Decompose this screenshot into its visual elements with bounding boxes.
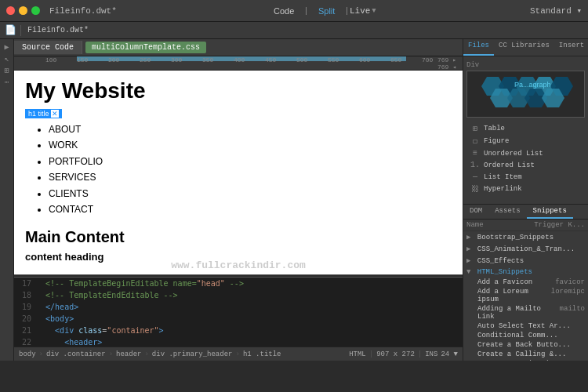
traffic-lights: [6, 6, 40, 15]
files-tab[interactable]: Files: [463, 39, 494, 56]
snippet-navigation[interactable]: Create a Navigation...: [474, 359, 588, 361]
folder-open-label: HTML_Snippets: [477, 268, 532, 276]
assets-tab[interactable]: Assets: [488, 205, 526, 219]
insert-ordered-list[interactable]: 1. Ordered List: [466, 159, 585, 171]
ruler-mark-700: 700: [422, 56, 433, 64]
folder-arrow-icon: ▶: [466, 234, 470, 241]
snippet-name: Add a Loreum ipsum: [477, 288, 551, 303]
toolbar-separator: [20, 25, 21, 36]
folder-arrow-icon: ▶: [466, 245, 470, 253]
standard-dropdown[interactable]: Standard ▾: [530, 5, 582, 16]
toolbar: 📄 Fileinfo.dwt*: [0, 22, 588, 39]
status-primary-header: div .primary_header: [152, 350, 233, 358]
design-content: My Website h1 title ✕ ABOUT WORK PORTFOL…: [14, 71, 463, 270]
top-bar: Fileinfo.dwt* Code | Split | Live ▼ Stan…: [0, 0, 588, 22]
snippet-name: Auto Select Text Ar...: [477, 322, 571, 330]
snippet-name: Create a Navigation...: [477, 360, 571, 361]
file-icon[interactable]: 📄: [3, 24, 17, 38]
insert-hyperlink[interactable]: ⛓ Hyperlink: [466, 183, 585, 195]
insert-tab[interactable]: Insert: [554, 39, 588, 56]
right-panel: Files CC Libraries Insert CSS Design Div: [463, 39, 588, 361]
design-view: My Website h1 title ✕ ABOUT WORK PORTFOL…: [14, 71, 463, 274]
bottom-panel-tabs: DOM Assets Snippets: [463, 204, 588, 220]
app-title: Fileinfo.dwt*: [49, 6, 117, 16]
code-line-21: 21 <div class="container">: [14, 325, 463, 336]
snippet-auto-select[interactable]: Auto Select Text Ar...: [474, 321, 588, 331]
insert-list-item[interactable]: — List Item: [466, 171, 585, 183]
nav-item-work: WORK: [49, 137, 452, 153]
snippets-name-col: Name: [466, 221, 534, 229]
css-animation-folder[interactable]: ▶ CSS_Animation_&_Tran...: [463, 243, 588, 255]
dom-tab[interactable]: DOM: [463, 205, 488, 219]
close-button[interactable]: [6, 6, 15, 15]
figure-label: Figure: [484, 137, 509, 145]
folder-arrow-icon: ▶: [466, 257, 470, 265]
status-body: body: [19, 350, 36, 358]
bootstrap-snippets-folder[interactable]: ▶ Bootstrap_Snippets: [463, 231, 588, 243]
unordered-list-icon: ≡: [470, 149, 481, 158]
ruler-mark-300: 300: [171, 56, 182, 64]
css-file-pill[interactable]: multiColumnTemplate.css: [85, 42, 206, 53]
status-html: HTML: [349, 350, 366, 358]
nav-item-services: SERVICES: [49, 169, 452, 185]
insert-figure[interactable]: ◻ Figure: [466, 135, 585, 147]
list-item-icon: —: [470, 172, 481, 181]
insert-items-section: ⊞ Table ◻ Figure ≡ Unordered List 1. Ord…: [466, 122, 585, 195]
list-item-label: List Item: [484, 173, 522, 181]
live-tab[interactable]: Live ▼: [350, 6, 376, 16]
status-zoom[interactable]: 24 ▼: [441, 350, 458, 358]
maximize-button[interactable]: [31, 6, 40, 15]
snippets-trigger-col: Trigger K...: [534, 221, 585, 229]
insert-unordered-list[interactable]: ≡ Unordered List: [466, 147, 585, 159]
ruler-mark-550: 550: [328, 56, 339, 64]
snippet-add-favicon[interactable]: Add a Favicon favicor: [474, 278, 588, 287]
tab-separator2: |: [344, 6, 350, 16]
left-sidebar: ▶ ↖ ⊞ ⋯: [0, 39, 14, 361]
selected-close-icon[interactable]: ✕: [51, 110, 59, 118]
right-panel-tabs: Files CC Libraries Insert CSS Design: [463, 39, 588, 56]
snippet-calling[interactable]: Create a Calling &...: [474, 350, 588, 359]
insert-table[interactable]: ⊞ Table: [466, 122, 585, 135]
snippet-back-button[interactable]: Create a Back Butto...: [474, 340, 588, 350]
content-pane: Source Code multiColumnTemplate.css 100 …: [14, 39, 463, 361]
status-container: div .container: [46, 350, 106, 358]
hyperlink-label: Hyperlink: [484, 185, 522, 193]
div-section: Div Pa...agraph: [466, 60, 585, 118]
sidebar-arrow-icon[interactable]: ▶: [4, 42, 9, 52]
snippet-name: Create a Back Butto...: [477, 341, 571, 349]
status-h1-title: h1 .title: [243, 350, 281, 358]
folder-open-arrow-icon: ▼: [466, 268, 470, 276]
status-header: header: [116, 350, 141, 358]
nav-item-about: ABOUT: [49, 122, 452, 137]
sidebar-grid-icon[interactable]: ⊞: [4, 66, 9, 75]
ruler-mark-350: 350: [202, 56, 213, 64]
snippet-trigger: mailto: [560, 305, 585, 321]
status-ins: INS: [425, 350, 437, 358]
split-tab[interactable]: Split: [309, 4, 344, 18]
snippet-mailto[interactable]: Adding a Mailto Link mailto: [474, 304, 588, 321]
snippet-name: Adding a Mailto Link: [477, 305, 560, 321]
snippet-conditional[interactable]: Conditional Comm...: [474, 331, 588, 340]
minimize-button[interactable]: [19, 6, 27, 15]
code-tab[interactable]: Code: [264, 4, 303, 18]
main-layout: ▶ ↖ ⊞ ⋯ Source Code multiColumnTemplate.…: [0, 39, 588, 361]
source-code-tab[interactable]: Source Code: [14, 41, 82, 54]
site-title: My Website: [25, 78, 452, 103]
cc-libraries-tab[interactable]: CC Libraries: [494, 39, 554, 56]
view-tabs: Code | Split | Live ▼: [264, 4, 376, 18]
folder-label: CSS_Effects: [477, 257, 524, 265]
sidebar-dots-icon[interactable]: ⋯: [4, 78, 9, 87]
code-line-17: 17 <!-- TemplateBeginEditable name="head…: [14, 278, 463, 289]
status-bar: body › div .container › header › div .pr…: [14, 347, 463, 361]
watermark-text: www.fullcrackindir.com: [171, 260, 306, 271]
sidebar-pointer-icon[interactable]: ↖: [4, 54, 9, 64]
right-panel-content: Div Pa...agraph: [463, 56, 588, 204]
css-effects-folder[interactable]: ▶ CSS_Effects: [463, 255, 588, 267]
code-view[interactable]: 17 <!-- TemplateBeginEditable name="head…: [14, 278, 463, 347]
html-snippets-folder[interactable]: ▼ HTML_Snippets: [463, 267, 588, 278]
snippet-loreum[interactable]: Add a Loreum ipsum loremipc: [474, 287, 588, 304]
div-label: Div: [466, 60, 585, 71]
live-label: Live: [350, 6, 370, 16]
snippets-tab[interactable]: Snippets: [527, 205, 573, 219]
folder-label: CSS_Animation_&_Tran...: [477, 245, 575, 253]
